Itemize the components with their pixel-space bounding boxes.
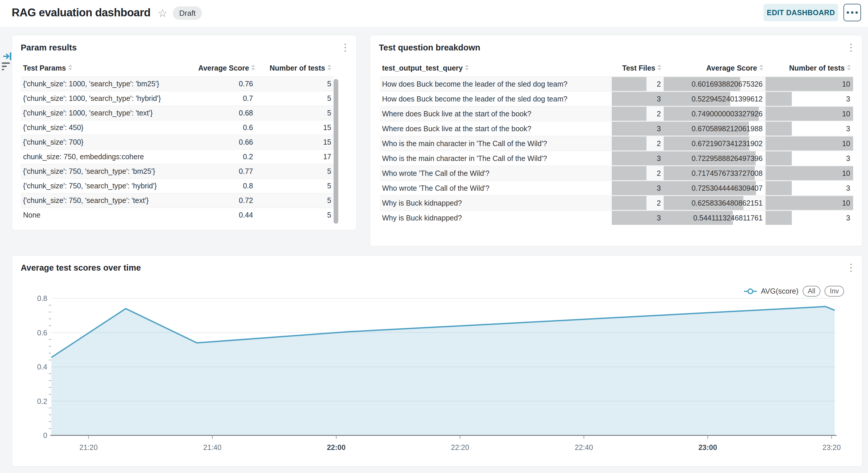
x-axis-tick-label: 23:00: [699, 443, 717, 451]
table-cell: How does Buck become the leader of the s…: [380, 77, 612, 92]
y-axis-tick-label: 0.8: [37, 294, 47, 302]
table-cell: Who wrote 'The Call of the Wild'?: [380, 166, 612, 181]
table-row: {'chunk_size': 450}0.615: [21, 121, 334, 135]
table-row: Who is the main character in 'The Call o…: [380, 136, 853, 151]
table-cell: Why is Buck kidnapped?: [380, 210, 612, 226]
x-axis-tick-label: 21:20: [80, 443, 98, 451]
param-results-menu-icon[interactable]: ⋮: [339, 40, 351, 54]
table-cell: 5: [255, 208, 334, 223]
y-axis-tick-label: 0: [43, 431, 47, 439]
table-cell: Who is the main character in 'The Call o…: [380, 151, 612, 166]
data-bar-cell: 10: [766, 166, 853, 181]
table-cell: 0.8: [196, 179, 255, 193]
arrow-to-bar-icon: [2, 51, 12, 61]
data-bar-cell: 0.7253044446309407: [664, 181, 766, 196]
question-breakdown-table: test_output_test_query Test Files Averag…: [380, 61, 853, 225]
sort-icon: [847, 65, 851, 70]
question-breakdown-title: Test question breakdown: [379, 43, 480, 53]
data-bar-cell: 0.6016938820675326: [664, 77, 766, 92]
data-bar-cell: 0.6705898212061988: [664, 121, 766, 136]
table-row: None0.445: [21, 208, 334, 223]
data-bar-cell: 10: [766, 106, 853, 121]
param-results-table: Test Params Average Score Number of test…: [21, 61, 334, 223]
favorite-star-icon[interactable]: ☆: [158, 8, 167, 19]
table-row: Where does Buck live at the start of the…: [380, 121, 853, 136]
table-cell: 0.44: [196, 208, 255, 223]
x-axis-tick-label: 22:20: [451, 443, 469, 451]
x-axis-tick-label: 22:00: [327, 443, 346, 451]
table-cell: 0.68: [196, 106, 255, 121]
table-row: {'chunk_size': 1000, 'search_type': 'bm2…: [21, 77, 334, 91]
data-bar-cell: 3: [612, 181, 664, 196]
table-cell: {'chunk_size': 750, 'search_type': 'hybr…: [21, 179, 196, 193]
sort-icon: [657, 65, 661, 70]
table-cell: 0.7: [196, 91, 255, 106]
expand-panel-icon[interactable]: [2, 51, 12, 62]
question-breakdown-menu-icon[interactable]: ⋮: [845, 40, 857, 54]
table-cell: {'chunk_size': 1000, 'search_type': 'tex…: [21, 106, 196, 121]
column-header[interactable]: Number of tests: [766, 61, 853, 77]
table-row: Why is Buck kidnapped? 2 0.6258336480862…: [380, 196, 853, 210]
data-bar-cell: 10: [766, 77, 853, 92]
table-cell: 5: [255, 164, 334, 179]
param-results-card: Param results ⋮ Test Params Average Scor…: [12, 35, 356, 230]
scores-chart-card: Average test scores over time ⋮ AVG(scor…: [12, 255, 863, 467]
x-axis-tick-label: 23:20: [823, 443, 841, 451]
table-cell: 17: [255, 149, 334, 164]
column-header[interactable]: Number of tests: [255, 61, 334, 77]
table-cell: {'chunk_size': 750, 'search_type': 'bm25…: [21, 164, 196, 179]
data-bar-cell: 2: [612, 166, 664, 181]
dashboard-page: RAG evaluation dashboard ☆ Draft EDIT DA…: [0, 0, 868, 473]
data-bar-cell: 3: [766, 151, 853, 166]
column-header[interactable]: test_output_test_query: [380, 61, 612, 77]
table-row: How does Buck become the leader of the s…: [380, 77, 853, 92]
table-row: How does Buck become the leader of the s…: [380, 92, 853, 106]
data-bar-cell: 10: [766, 136, 853, 151]
data-bar-cell: 3: [612, 210, 664, 226]
sort-icon: [328, 65, 331, 70]
table-cell: None: [21, 208, 196, 223]
table-header-row: test_output_test_query Test Files Averag…: [380, 61, 853, 77]
column-header[interactable]: Test Params: [21, 61, 196, 77]
table-cell: 15: [255, 135, 334, 149]
table-cell: 5: [255, 179, 334, 193]
table-cell: chunk_size: 750, embeddings:cohere: [21, 149, 196, 164]
column-header[interactable]: Average Score: [664, 61, 766, 77]
y-axis-tick-label: 0.4: [37, 363, 47, 371]
table-row: chunk_size: 750, embeddings:cohere0.217: [21, 149, 334, 164]
data-bar-cell: 3: [766, 210, 853, 226]
x-axis-tick-label: 21:40: [203, 443, 221, 451]
column-header[interactable]: Test Files: [612, 61, 664, 77]
scores-area-chart: 00.20.40.60.821:2021:4022:0022:2022:4023…: [12, 256, 863, 467]
table-row: Who wrote 'The Call of the Wild'? 2 0.71…: [380, 166, 853, 181]
sort-icon: [760, 65, 763, 70]
page-title: RAG evaluation dashboard: [12, 6, 151, 19]
data-bar-cell: 2: [612, 196, 664, 210]
filter-icon[interactable]: [2, 62, 10, 72]
table-cell: How does Buck become the leader of the s…: [380, 92, 612, 106]
table-cell: 0.6: [196, 121, 255, 135]
data-bar-cell: 3: [766, 121, 853, 136]
table-cell: {'chunk_size': 750, 'search_type': 'text…: [21, 193, 196, 208]
table-cell: Where does Buck live at the start of the…: [380, 121, 612, 136]
data-bar-cell: 0.7229588826497396: [664, 151, 766, 166]
table-cell: {'chunk_size': 450}: [21, 121, 196, 135]
table-cell: 0.66: [196, 135, 255, 149]
table-cell: Who is the main character in 'The Call o…: [380, 136, 612, 151]
column-header[interactable]: Average Score: [196, 61, 255, 77]
table-scrollbar[interactable]: [334, 79, 338, 224]
data-bar-cell: 2: [612, 77, 664, 92]
table-cell: {'chunk_size': 1000, 'search_type': 'hyb…: [21, 91, 196, 106]
question-breakdown-card: Test question breakdown ⋮ test_output_te…: [370, 35, 863, 246]
more-menu-button[interactable]: [843, 4, 861, 21]
table-cell: 0.72: [196, 193, 255, 208]
table-cell: 0.76: [196, 77, 255, 91]
data-bar-cell: 0.5441113246811761: [664, 210, 766, 226]
table-cell: 0.2: [196, 149, 255, 164]
table-row: Who wrote 'The Call of the Wild'? 3 0.72…: [380, 181, 853, 196]
table-cell: 5: [255, 91, 334, 106]
table-row: Where does Buck live at the start of the…: [380, 106, 853, 121]
edit-dashboard-button[interactable]: EDIT DASHBOARD: [764, 4, 838, 21]
table-header-row: Test Params Average Score Number of test…: [21, 61, 334, 77]
data-bar-cell: 0.5229452401399612: [664, 92, 766, 106]
